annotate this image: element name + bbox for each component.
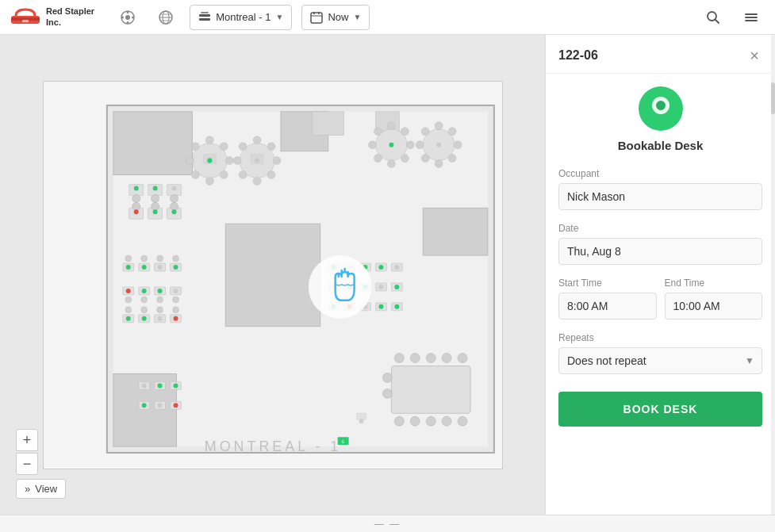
date-input[interactable] (558, 238, 762, 265)
svg-point-59 (220, 170, 228, 178)
svg-rect-16 (201, 12, 209, 13)
building-selector[interactable]: Montreal - 1 ▼ (190, 5, 292, 30)
book-desk-button[interactable]: BOOK DESK (558, 392, 762, 427)
svg-rect-2 (22, 20, 29, 22)
start-time-input[interactable] (558, 293, 657, 320)
right-panel: 122-06 × Bookable Desk Occupa (545, 35, 775, 515)
svg-point-185 (382, 373, 392, 382)
alert-button[interactable] (113, 3, 142, 32)
svg-point-85 (389, 142, 393, 147)
alert-icon (120, 10, 136, 25)
menu-button[interactable] (737, 3, 765, 32)
svg-point-97 (125, 255, 131, 262)
svg-point-177 (426, 353, 435, 362)
company-name: Red StaplerInc. (46, 6, 94, 27)
date-label: Date (558, 223, 762, 234)
svg-point-49 (170, 202, 178, 210)
svg-point-191 (308, 255, 371, 319)
svg-point-75 (255, 158, 259, 163)
repeats-label: Repeats (558, 332, 762, 343)
svg-point-101 (141, 265, 146, 270)
svg-rect-174 (391, 366, 470, 413)
svg-point-68 (267, 142, 275, 150)
repeats-select-wrapper: Does not repeat Daily Weekly Monthly ▼ (558, 347, 762, 374)
view-label: View (35, 483, 57, 495)
calendar-icon (310, 11, 323, 24)
svg-point-84 (374, 127, 382, 135)
svg-point-73 (233, 156, 241, 164)
svg-point-163 (141, 383, 146, 388)
panel-header: 122-06 × (546, 35, 775, 74)
panel-scrollbar[interactable] (771, 35, 775, 515)
svg-point-45 (132, 202, 140, 210)
svg-point-8 (132, 16, 134, 18)
svg-point-36 (132, 194, 140, 202)
svg-point-115 (156, 296, 163, 302)
panel-body: Bookable Desk Occupant Date Start Time E… (546, 74, 775, 515)
panel-title: 122-06 (558, 48, 598, 63)
search-icon (705, 10, 721, 25)
globe-button[interactable] (152, 3, 180, 32)
svg-point-180 (394, 416, 404, 426)
svg-point-128 (157, 316, 162, 320)
svg-point-61 (191, 170, 199, 178)
svg-point-182 (426, 416, 435, 426)
svg-point-69 (273, 156, 281, 164)
svg-point-52 (171, 209, 176, 214)
svg-point-98 (125, 265, 130, 270)
floorplan-svg[interactable]: E MON (43, 81, 503, 469)
svg-point-122 (125, 316, 130, 320)
zoom-in-button[interactable]: + (16, 429, 38, 451)
building-arrow: ▼ (276, 13, 284, 21)
layers-icon (198, 11, 211, 24)
floorplan-canvas: E MON (0, 35, 545, 515)
occupant-input[interactable] (558, 183, 762, 210)
svg-point-79 (406, 140, 414, 148)
end-time-label: End Time (665, 277, 763, 289)
time-selector[interactable]: Now ▼ (301, 5, 370, 30)
svg-point-109 (125, 296, 131, 302)
svg-point-112 (140, 296, 147, 302)
svg-point-83 (368, 140, 376, 148)
svg-point-184 (458, 416, 467, 426)
svg-point-60 (205, 177, 213, 185)
svg-point-38 (151, 194, 159, 202)
svg-rect-14 (199, 14, 210, 17)
svg-point-81 (387, 159, 395, 167)
svg-point-4 (125, 15, 130, 20)
svg-point-176 (410, 353, 420, 362)
search-button[interactable] (699, 3, 727, 32)
occupant-group: Occupant (558, 168, 762, 210)
svg-point-183 (442, 416, 451, 426)
svg-point-178 (442, 353, 451, 362)
svg-point-173 (173, 403, 178, 408)
svg-point-159 (378, 304, 383, 308)
close-panel-button[interactable]: × (746, 46, 762, 65)
svg-point-186 (382, 388, 392, 398)
svg-point-70 (267, 170, 275, 178)
view-button[interactable]: » View (16, 479, 66, 499)
zoom-out-button[interactable]: − (16, 453, 38, 475)
svg-point-58 (225, 156, 233, 164)
date-group: Date (558, 223, 762, 265)
svg-point-188 (359, 419, 363, 423)
time-label: Now (328, 11, 348, 23)
end-time-input[interactable] (665, 293, 763, 320)
floorplan-area: E MON (0, 35, 545, 515)
svg-point-42 (152, 186, 157, 190)
svg-point-165 (157, 383, 162, 388)
logo-area: Red StaplerInc. (10, 6, 94, 29)
svg-point-110 (125, 288, 130, 293)
svg-point-7 (121, 16, 124, 18)
svg-point-116 (157, 288, 162, 293)
svg-point-93 (416, 140, 424, 148)
svg-point-127 (156, 306, 163, 312)
svg-point-130 (172, 306, 178, 312)
repeats-select[interactable]: Does not repeat Daily Weekly Monthly (558, 347, 762, 374)
svg-line-22 (716, 19, 719, 23)
svg-point-92 (421, 154, 429, 162)
logo-icon (10, 6, 41, 29)
svg-point-51 (152, 209, 157, 214)
top-nav: Red StaplerInc. Montreal - 1 ▼ (0, 0, 775, 35)
svg-point-56 (205, 136, 213, 144)
